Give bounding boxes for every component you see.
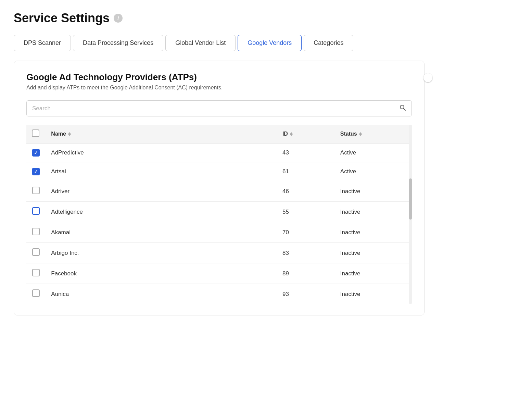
- scrollbar-thumb[interactable]: [409, 178, 412, 220]
- name-sort-icon[interactable]: [68, 132, 71, 136]
- row-status-2: Inactive: [335, 181, 412, 202]
- info-icon[interactable]: i: [114, 14, 123, 23]
- row-status-3: Inactive: [335, 202, 412, 222]
- row-name-6: Facebook: [46, 263, 277, 284]
- row-checkbox-3[interactable]: [32, 207, 40, 215]
- header-checkbox-cell: [26, 125, 46, 144]
- row-checkbox-7[interactable]: [32, 289, 40, 297]
- row-name-2: Adriver: [46, 181, 277, 202]
- search-bar: [26, 100, 412, 116]
- row-status-1: Active: [335, 162, 412, 181]
- tab-google-vendors[interactable]: Google Vendors: [238, 35, 302, 51]
- table-row: Facebook89Inactive: [26, 263, 412, 284]
- checkbox-cell-4: [26, 222, 46, 243]
- svg-line-1: [404, 109, 406, 111]
- row-checkbox-2[interactable]: [32, 187, 40, 194]
- table-header-row: Name ID: [26, 125, 412, 144]
- row-name-7: Aunica: [46, 284, 277, 304]
- th-name-label: Name: [51, 131, 66, 137]
- row-checkbox-4[interactable]: [32, 228, 40, 235]
- row-checkbox-0[interactable]: ✓: [32, 149, 40, 157]
- row-vendor-id-6: 89: [277, 263, 335, 284]
- row-vendor-id-1: 61: [277, 162, 335, 181]
- select-all-checkbox[interactable]: [32, 129, 39, 137]
- row-vendor-id-4: 70: [277, 222, 335, 243]
- row-name-1: Artsai: [46, 162, 277, 181]
- checkbox-cell-7: [26, 284, 46, 304]
- checkbox-check-1: ✓: [34, 169, 38, 174]
- tab-categories[interactable]: Categories: [304, 35, 353, 51]
- row-checkbox-5[interactable]: [32, 248, 40, 256]
- search-icon: [399, 104, 406, 113]
- status-sort-icon[interactable]: [359, 132, 362, 136]
- row-name-3: Adtelligence: [46, 202, 277, 222]
- tab-global-vendor-list[interactable]: Global Vendor List: [165, 35, 236, 51]
- page-title: Service Settings: [14, 11, 110, 25]
- card-title: Google Ad Technology Providers (ATPs): [26, 72, 223, 83]
- tabs-container: DPS ScannerData Processing ServicesGloba…: [14, 35, 518, 51]
- th-status: Status: [335, 125, 412, 144]
- table-row: Arbigo Inc.83Inactive: [26, 243, 412, 263]
- row-status-5: Inactive: [335, 243, 412, 263]
- checkbox-check-0: ✓: [34, 150, 38, 155]
- row-vendor-id-5: 83: [277, 243, 335, 263]
- th-status-label: Status: [340, 131, 357, 137]
- table-body: ✓AdPredictive43Active✓Artsai61ActiveAdri…: [26, 144, 412, 304]
- table-row: Aunica93Inactive: [26, 284, 412, 304]
- id-sort-icon[interactable]: [290, 132, 293, 136]
- table-row: ✓Artsai61Active: [26, 162, 412, 181]
- tab-dps-scanner[interactable]: DPS Scanner: [14, 35, 71, 51]
- row-status-7: Inactive: [335, 284, 412, 304]
- table-row: Adtelligence55Inactive: [26, 202, 412, 222]
- row-vendor-id-0: 43: [277, 144, 335, 162]
- card-header-text: Google Ad Technology Providers (ATPs) Ad…: [26, 72, 223, 91]
- vendors-table: Name ID: [26, 125, 412, 304]
- row-status-4: Inactive: [335, 222, 412, 243]
- th-id-label: ID: [282, 131, 288, 137]
- row-checkbox-1[interactable]: ✓: [32, 168, 40, 175]
- row-name-5: Arbigo Inc.: [46, 243, 277, 263]
- row-name-4: Akamai: [46, 222, 277, 243]
- th-id: ID: [277, 125, 335, 144]
- row-name-0: AdPredictive: [46, 144, 277, 162]
- row-status-6: Inactive: [335, 263, 412, 284]
- row-vendor-id-7: 93: [277, 284, 335, 304]
- table-row: ✓AdPredictive43Active: [26, 144, 412, 162]
- page-header: Service Settings i: [14, 11, 518, 25]
- checkbox-cell-0: ✓: [26, 144, 46, 162]
- checkbox-cell-5: [26, 243, 46, 263]
- th-name: Name: [46, 125, 277, 144]
- card-subtitle: Add and display ATPs to meet the Google …: [26, 85, 223, 91]
- vendors-table-wrapper: Name ID: [26, 125, 412, 304]
- row-vendor-id-2: 46: [277, 181, 335, 202]
- checkbox-cell-3: [26, 202, 46, 222]
- table-row: Adriver46Inactive: [26, 181, 412, 202]
- card-header: Google Ad Technology Providers (ATPs) Ad…: [26, 72, 412, 91]
- table-head: Name ID: [26, 125, 412, 144]
- checkbox-cell-1: ✓: [26, 162, 46, 181]
- row-status-0: Active: [335, 144, 412, 162]
- row-checkbox-6[interactable]: [32, 269, 40, 276]
- tab-data-processing-services[interactable]: Data Processing Services: [73, 35, 163, 51]
- row-vendor-id-3: 55: [277, 202, 335, 222]
- atp-card: Google Ad Technology Providers (ATPs) Ad…: [14, 61, 425, 315]
- search-input[interactable]: [32, 105, 399, 112]
- checkbox-cell-6: [26, 263, 46, 284]
- table-row: Akamai70Inactive: [26, 222, 412, 243]
- checkbox-cell-2: [26, 181, 46, 202]
- scrollbar-track[interactable]: [409, 125, 412, 304]
